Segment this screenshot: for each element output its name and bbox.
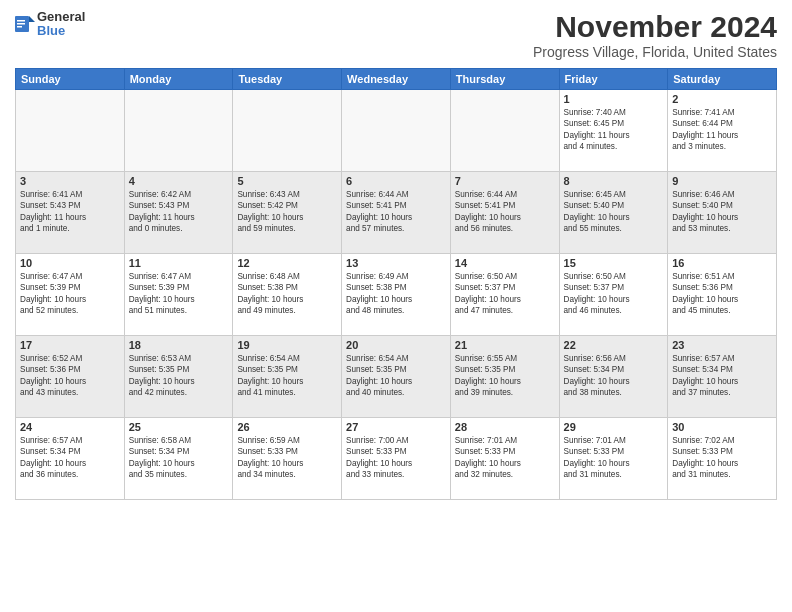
day-info: Sunrise: 6:58 AM Sunset: 5:34 PM Dayligh… xyxy=(129,435,229,481)
day-number: 18 xyxy=(129,339,229,351)
month-title: November 2024 xyxy=(533,10,777,44)
svg-rect-3 xyxy=(17,23,25,25)
day-number: 29 xyxy=(564,421,664,433)
day-info: Sunrise: 6:44 AM Sunset: 5:41 PM Dayligh… xyxy=(346,189,446,235)
week-row-1: 1Sunrise: 7:40 AM Sunset: 6:45 PM Daylig… xyxy=(16,90,777,172)
calendar-cell xyxy=(124,90,233,172)
week-row-4: 17Sunrise: 6:52 AM Sunset: 5:36 PM Dayli… xyxy=(16,336,777,418)
calendar-cell: 25Sunrise: 6:58 AM Sunset: 5:34 PM Dayli… xyxy=(124,418,233,500)
week-row-3: 10Sunrise: 6:47 AM Sunset: 5:39 PM Dayli… xyxy=(16,254,777,336)
day-number: 17 xyxy=(20,339,120,351)
calendar-cell: 27Sunrise: 7:00 AM Sunset: 5:33 PM Dayli… xyxy=(342,418,451,500)
day-number: 3 xyxy=(20,175,120,187)
calendar-cell: 23Sunrise: 6:57 AM Sunset: 5:34 PM Dayli… xyxy=(668,336,777,418)
day-info: Sunrise: 6:45 AM Sunset: 5:40 PM Dayligh… xyxy=(564,189,664,235)
day-info: Sunrise: 6:57 AM Sunset: 5:34 PM Dayligh… xyxy=(672,353,772,399)
day-info: Sunrise: 7:02 AM Sunset: 5:33 PM Dayligh… xyxy=(672,435,772,481)
calendar-cell: 30Sunrise: 7:02 AM Sunset: 5:33 PM Dayli… xyxy=(668,418,777,500)
day-info: Sunrise: 6:50 AM Sunset: 5:37 PM Dayligh… xyxy=(455,271,555,317)
week-row-2: 3Sunrise: 6:41 AM Sunset: 5:43 PM Daylig… xyxy=(16,172,777,254)
header: General Blue November 2024 Progress Vill… xyxy=(15,10,777,60)
day-info: Sunrise: 6:55 AM Sunset: 5:35 PM Dayligh… xyxy=(455,353,555,399)
day-number: 6 xyxy=(346,175,446,187)
day-info: Sunrise: 6:54 AM Sunset: 5:35 PM Dayligh… xyxy=(237,353,337,399)
calendar-cell: 13Sunrise: 6:49 AM Sunset: 5:38 PM Dayli… xyxy=(342,254,451,336)
weekday-header-row: SundayMondayTuesdayWednesdayThursdayFrid… xyxy=(16,69,777,90)
day-info: Sunrise: 6:49 AM Sunset: 5:38 PM Dayligh… xyxy=(346,271,446,317)
day-info: Sunrise: 6:51 AM Sunset: 5:36 PM Dayligh… xyxy=(672,271,772,317)
day-info: Sunrise: 7:00 AM Sunset: 5:33 PM Dayligh… xyxy=(346,435,446,481)
weekday-header-thursday: Thursday xyxy=(450,69,559,90)
calendar-cell: 18Sunrise: 6:53 AM Sunset: 5:35 PM Dayli… xyxy=(124,336,233,418)
day-number: 27 xyxy=(346,421,446,433)
calendar-cell: 4Sunrise: 6:42 AM Sunset: 5:43 PM Daylig… xyxy=(124,172,233,254)
day-info: Sunrise: 6:57 AM Sunset: 5:34 PM Dayligh… xyxy=(20,435,120,481)
logo-icon xyxy=(15,12,35,36)
calendar-cell xyxy=(16,90,125,172)
day-number: 13 xyxy=(346,257,446,269)
logo-text: General Blue xyxy=(37,10,85,39)
day-number: 23 xyxy=(672,339,772,351)
svg-marker-1 xyxy=(29,16,35,22)
day-number: 21 xyxy=(455,339,555,351)
day-number: 19 xyxy=(237,339,337,351)
day-info: Sunrise: 7:41 AM Sunset: 6:44 PM Dayligh… xyxy=(672,107,772,153)
day-number: 4 xyxy=(129,175,229,187)
day-info: Sunrise: 6:43 AM Sunset: 5:42 PM Dayligh… xyxy=(237,189,337,235)
day-number: 30 xyxy=(672,421,772,433)
location: Progress Village, Florida, United States xyxy=(533,44,777,60)
calendar-cell: 26Sunrise: 6:59 AM Sunset: 5:33 PM Dayli… xyxy=(233,418,342,500)
calendar-cell: 10Sunrise: 6:47 AM Sunset: 5:39 PM Dayli… xyxy=(16,254,125,336)
calendar-cell xyxy=(450,90,559,172)
calendar-cell: 7Sunrise: 6:44 AM Sunset: 5:41 PM Daylig… xyxy=(450,172,559,254)
title-section: November 2024 Progress Village, Florida,… xyxy=(533,10,777,60)
day-info: Sunrise: 6:44 AM Sunset: 5:41 PM Dayligh… xyxy=(455,189,555,235)
calendar-cell: 12Sunrise: 6:48 AM Sunset: 5:38 PM Dayli… xyxy=(233,254,342,336)
calendar-cell: 9Sunrise: 6:46 AM Sunset: 5:40 PM Daylig… xyxy=(668,172,777,254)
day-info: Sunrise: 7:01 AM Sunset: 5:33 PM Dayligh… xyxy=(455,435,555,481)
day-number: 14 xyxy=(455,257,555,269)
weekday-header-monday: Monday xyxy=(124,69,233,90)
day-number: 22 xyxy=(564,339,664,351)
weekday-header-saturday: Saturday xyxy=(668,69,777,90)
day-info: Sunrise: 6:59 AM Sunset: 5:33 PM Dayligh… xyxy=(237,435,337,481)
calendar-cell: 21Sunrise: 6:55 AM Sunset: 5:35 PM Dayli… xyxy=(450,336,559,418)
weekday-header-tuesday: Tuesday xyxy=(233,69,342,90)
day-number: 12 xyxy=(237,257,337,269)
svg-rect-4 xyxy=(17,26,22,28)
day-number: 24 xyxy=(20,421,120,433)
calendar-cell: 2Sunrise: 7:41 AM Sunset: 6:44 PM Daylig… xyxy=(668,90,777,172)
day-info: Sunrise: 6:47 AM Sunset: 5:39 PM Dayligh… xyxy=(129,271,229,317)
calendar-table: SundayMondayTuesdayWednesdayThursdayFrid… xyxy=(15,68,777,500)
calendar-cell: 17Sunrise: 6:52 AM Sunset: 5:36 PM Dayli… xyxy=(16,336,125,418)
day-number: 9 xyxy=(672,175,772,187)
svg-rect-2 xyxy=(17,20,25,22)
day-number: 1 xyxy=(564,93,664,105)
day-info: Sunrise: 7:01 AM Sunset: 5:33 PM Dayligh… xyxy=(564,435,664,481)
day-number: 2 xyxy=(672,93,772,105)
day-number: 20 xyxy=(346,339,446,351)
day-info: Sunrise: 7:40 AM Sunset: 6:45 PM Dayligh… xyxy=(564,107,664,153)
week-row-5: 24Sunrise: 6:57 AM Sunset: 5:34 PM Dayli… xyxy=(16,418,777,500)
calendar-cell: 20Sunrise: 6:54 AM Sunset: 5:35 PM Dayli… xyxy=(342,336,451,418)
logo: General Blue xyxy=(15,10,85,39)
calendar-cell: 11Sunrise: 6:47 AM Sunset: 5:39 PM Dayli… xyxy=(124,254,233,336)
calendar-cell: 19Sunrise: 6:54 AM Sunset: 5:35 PM Dayli… xyxy=(233,336,342,418)
calendar-cell: 22Sunrise: 6:56 AM Sunset: 5:34 PM Dayli… xyxy=(559,336,668,418)
day-number: 16 xyxy=(672,257,772,269)
day-number: 15 xyxy=(564,257,664,269)
calendar-cell xyxy=(233,90,342,172)
day-number: 5 xyxy=(237,175,337,187)
day-info: Sunrise: 6:42 AM Sunset: 5:43 PM Dayligh… xyxy=(129,189,229,235)
calendar-cell: 28Sunrise: 7:01 AM Sunset: 5:33 PM Dayli… xyxy=(450,418,559,500)
day-info: Sunrise: 6:41 AM Sunset: 5:43 PM Dayligh… xyxy=(20,189,120,235)
calendar-cell: 24Sunrise: 6:57 AM Sunset: 5:34 PM Dayli… xyxy=(16,418,125,500)
logo-blue: Blue xyxy=(37,24,85,38)
day-info: Sunrise: 6:54 AM Sunset: 5:35 PM Dayligh… xyxy=(346,353,446,399)
calendar-cell: 14Sunrise: 6:50 AM Sunset: 5:37 PM Dayli… xyxy=(450,254,559,336)
calendar-cell: 29Sunrise: 7:01 AM Sunset: 5:33 PM Dayli… xyxy=(559,418,668,500)
calendar-cell: 3Sunrise: 6:41 AM Sunset: 5:43 PM Daylig… xyxy=(16,172,125,254)
day-info: Sunrise: 6:53 AM Sunset: 5:35 PM Dayligh… xyxy=(129,353,229,399)
day-info: Sunrise: 6:48 AM Sunset: 5:38 PM Dayligh… xyxy=(237,271,337,317)
day-info: Sunrise: 6:52 AM Sunset: 5:36 PM Dayligh… xyxy=(20,353,120,399)
